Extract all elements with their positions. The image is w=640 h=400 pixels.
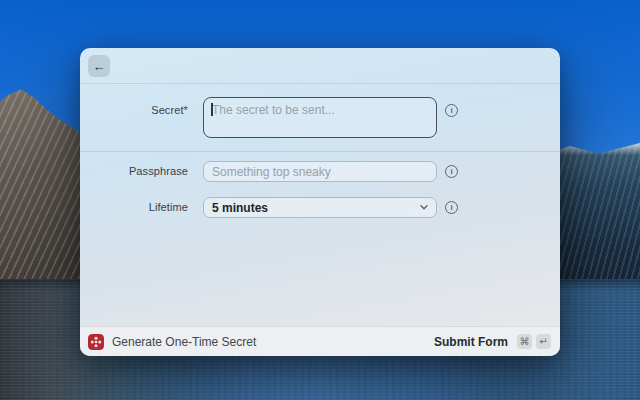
text-cursor	[211, 103, 213, 116]
one-time-secret-app-icon	[88, 334, 104, 350]
secret-textarea[interactable]	[203, 97, 437, 138]
form-window: ← Secret* i Passphrase i Lifetime 5 minu…	[80, 48, 560, 356]
back-arrow-icon: ←	[93, 59, 106, 74]
command-key-icon: ⌘	[517, 334, 532, 349]
submit-form-label: Submit Form	[434, 335, 508, 349]
window-header: ←	[80, 48, 560, 84]
window-footer: Generate One-Time Secret Submit Form ⌘ ↵	[80, 326, 560, 356]
secret-label: Secret*	[80, 104, 188, 116]
lifetime-info-icon[interactable]: i	[445, 201, 458, 214]
secret-info-icon[interactable]: i	[445, 104, 458, 117]
passphrase-input[interactable]	[203, 161, 437, 182]
desktop: ← Secret* i Passphrase i Lifetime 5 minu…	[0, 0, 640, 400]
passphrase-label: Passphrase	[80, 165, 188, 177]
lifetime-select[interactable]: 5 minutes	[203, 197, 437, 218]
submit-form-button[interactable]: Submit Form ⌘ ↵	[434, 334, 551, 349]
command-title: Generate One-Time Secret	[112, 335, 256, 349]
passphrase-info-icon[interactable]: i	[445, 165, 458, 178]
lifetime-label: Lifetime	[80, 201, 188, 213]
row-divider	[80, 151, 560, 152]
chevron-down-icon	[420, 205, 428, 210]
lifetime-selected-value: 5 minutes	[212, 201, 268, 215]
return-key-icon: ↵	[536, 334, 551, 349]
back-button[interactable]: ←	[88, 55, 110, 77]
